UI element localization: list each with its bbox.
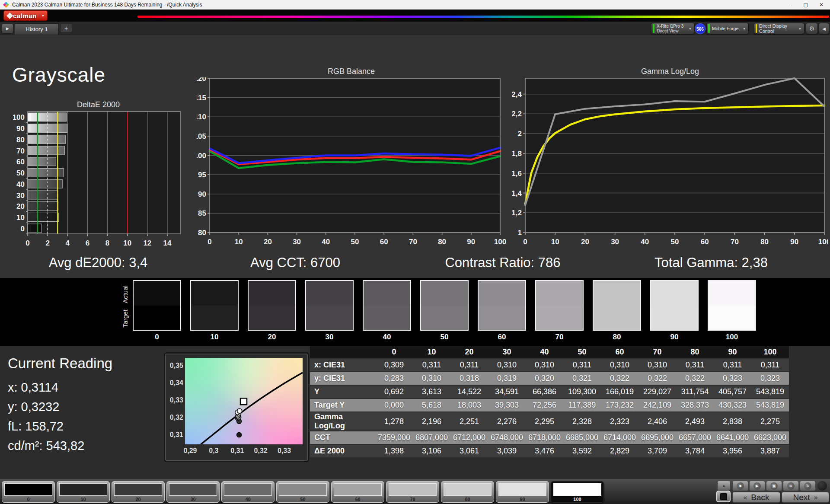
back-button[interactable]: « Back [732,492,780,503]
chevron-down-icon: ▼ [740,27,748,30]
gray-patch-button-20[interactable]: 20 [112,481,165,503]
svg-text:30: 30 [16,191,25,200]
svg-text:115: 115 [197,94,206,102]
pattern-source-button[interactable]: Mobile Forge ▼ [706,23,749,34]
gray-swatch-40: 40 [363,280,411,341]
cie-x-tick-label: 0,33 [274,447,295,455]
svg-text:60: 60 [701,238,709,246]
meter-select-button[interactable]: X-Rite i1Pro 3Direct View ▼ [651,23,695,34]
gray-patch-button-90[interactable]: 90 [496,481,549,503]
loop-icon-button[interactable]: ↻ [800,481,816,491]
next-label: Next [793,493,810,502]
table-column-header: 100 [751,346,789,358]
calman-window: Calman 2023 Calman Ultimate for Business… [0,0,830,504]
cie-x-tick-label: 0,31 [227,447,248,455]
svg-text:120: 120 [197,77,206,83]
table-column-header: 0 [375,346,413,358]
reading-x: x: 0,3114 [8,378,112,397]
svg-text:80: 80 [760,238,769,246]
pattern-preview-button[interactable] [716,491,731,502]
svg-text:100: 100 [494,238,506,246]
settings-gear-button[interactable]: ⚙ [806,23,818,34]
svg-text:14: 14 [163,239,172,247]
svg-text:85: 85 [198,209,206,217]
minimize-button[interactable]: – [782,0,798,10]
gamma-chart-title: Gamma Log/Log [512,67,828,77]
svg-text:100: 100 [197,152,206,160]
play-icon-button[interactable]: ▶ [749,481,765,491]
close-button[interactable]: ✕ [814,0,829,10]
page-title: Grayscale [12,63,105,86]
table-column-header: 80 [676,346,714,358]
table-row: x: CIE310,3090,3110,3110,3100,3100,3110,… [310,359,789,371]
deltae-chart-plot: 100908070605040302010002468101214 [13,111,184,255]
table-column-header: 90 [714,346,751,358]
gray-swatch-60: 60 [478,280,526,341]
svg-text:1,6: 1,6 [512,169,522,178]
chevron-down-icon: ▼ [796,27,804,30]
svg-text:100: 100 [13,113,25,121]
gray-patch-button-60[interactable]: 60 [331,481,384,503]
chevrons-right-icon: » [814,494,818,501]
stop-icon: ■ [737,482,744,490]
pattern-source-label: Mobile Forge [712,26,738,31]
tab-bar: ▶ History 1 + X-Rite i1Pro 3Direct View … [0,22,830,35]
table-row: Y0,6923,61314,52234,59166,386109,300166,… [310,386,789,398]
app-icon [3,2,9,8]
display-control-button[interactable]: Direct Display Control ▼ [754,23,804,34]
gray-patch-button-100[interactable]: 100 [551,481,604,503]
maximize-button[interactable]: ▢ [798,0,814,10]
stat-total-gamma: Total Gamma: 2,38 [654,255,768,271]
chevron-down-icon: ▼ [39,14,45,17]
gray-patch-button-70[interactable]: 70 [386,481,439,503]
table-column-header: 50 [563,346,601,358]
deltae-chart-title: DeltaE 2000 [13,100,184,111]
cie-x-tick-label: 0,29 [179,447,201,455]
stop-icon-button[interactable]: ■ [732,481,748,491]
stat-avg-de2000: Avg dE2000: 3,4 [49,255,148,271]
svg-text:70: 70 [16,147,25,155]
gray-patch-button-40[interactable]: 40 [221,481,275,503]
gray-swatch-50: 50 [420,280,469,341]
calman-menu-button[interactable]: calman ▼ [3,10,48,21]
gray-swatch-0: 0 [133,280,181,341]
gray-patch-button-10[interactable]: 10 [57,481,110,503]
loop-icon: ↻ [804,482,811,490]
gray-patch-button-30[interactable]: 30 [166,481,220,503]
svg-text:90: 90 [790,238,798,246]
pattern-window-up-button[interactable]: ▲ [717,481,731,491]
tab-history-1[interactable]: History 1 [15,23,59,35]
next-button[interactable]: Next » [782,492,829,503]
tab-scroll-button[interactable]: ▶ [2,24,13,34]
gray-patch-button-50[interactable]: 50 [276,481,329,503]
grayscale-data-table: 0102030405060708090100x: CIE310,3090,311… [310,345,789,458]
gamma-chart-plot: 11,21,41,61,822,22,401020304050607080901… [512,77,828,254]
pattern-status-bar [708,24,710,33]
cie-y-tick-label: 0,31 [167,431,183,439]
svg-text:40: 40 [16,180,25,188]
cie-y-tick-label: 0,33 [167,396,183,404]
measurement-table: 0102030405060708090100x: CIE310,3090,311… [310,345,789,458]
gray-patch-button-0[interactable]: 0 [2,481,55,503]
continuous-read-icon-button[interactable]: ∞ [783,481,799,491]
cie-y-tick-label: 0,35 [167,362,183,370]
svg-text:20: 20 [581,238,589,246]
meter-mode: Direct View [657,29,678,33]
table-row: Target Y0,0005,61818,00339,30372,256117,… [310,399,789,411]
collapse-panel-button[interactable]: ◀ [819,23,829,34]
measure-transport-buttons: ■▶▣∞↻ [732,481,816,491]
cie-x-tick-label: 0,3 [203,447,224,455]
svg-text:12: 12 [143,239,151,247]
svg-text:50: 50 [351,238,359,246]
svg-text:105: 105 [197,132,206,140]
svg-text:1,2: 1,2 [512,209,522,217]
gray-patch-button-80[interactable]: 80 [441,481,494,503]
gray-swatch-70: 70 [535,280,584,341]
gray-swatch-90: 90 [650,280,699,341]
table-column-header: 20 [450,346,488,358]
window-title: Calman 2023 Calman Ultimate for Business… [12,0,202,10]
single-read-icon-button[interactable]: ▣ [766,481,782,491]
svg-text:2,4: 2,4 [512,90,522,99]
add-tab-button[interactable]: + [60,24,72,33]
table-column-header: 70 [638,346,676,358]
